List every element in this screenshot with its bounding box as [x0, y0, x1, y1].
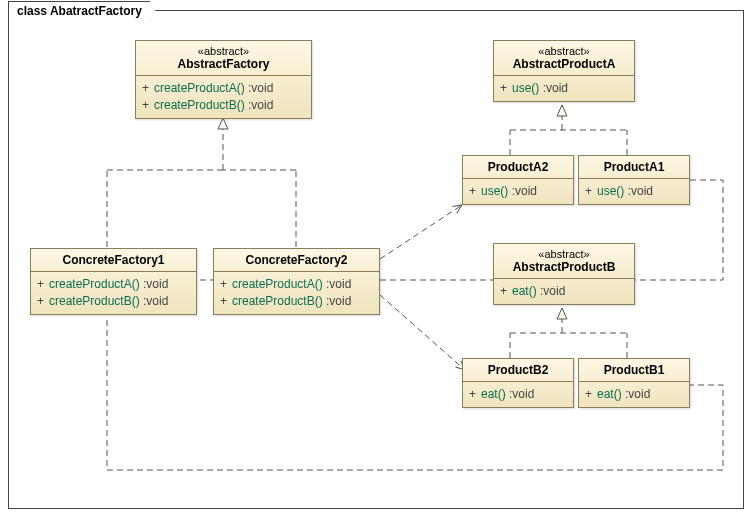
class-product-b1: ProductB1 +eat() :void [578, 358, 690, 408]
frame-title-text: class AbatractFactory [17, 4, 142, 18]
operation: +use() :void [469, 183, 567, 200]
class-name: ConcreteFactory1 [62, 253, 164, 267]
diagram-canvas: ProductA2 --> ProductB2 --> ProductA1 (l… [0, 0, 750, 515]
class-abstract-product-b: «abstract» AbstractProductB +eat() :void [493, 243, 635, 305]
operation: +createProductB() :void [142, 97, 305, 114]
class-ops: +use() :void [494, 76, 634, 101]
class-concrete-factory-2: ConcreteFactory2 +createProductA() :void… [213, 248, 380, 315]
operation: +createProductA() :void [37, 276, 190, 293]
operation: +use() :void [500, 80, 628, 97]
class-abstract-factory: «abstract» AbstractFactory +createProduc… [135, 40, 312, 119]
class-ops: +createProductA() :void +createProductB(… [31, 272, 196, 314]
operation: +createProductA() :void [220, 276, 373, 293]
class-ops: +use() :void [463, 179, 573, 204]
operation: +eat() :void [585, 386, 683, 403]
class-header: «abstract» AbstractProductB [494, 244, 634, 279]
class-ops: +createProductA() :void +createProductB(… [214, 272, 379, 314]
class-concrete-factory-1: ConcreteFactory1 +createProductA() :void… [30, 248, 197, 315]
class-ops: +use() :void [579, 179, 689, 204]
class-name: ConcreteFactory2 [245, 253, 347, 267]
class-name: AbstractProductB [513, 260, 616, 274]
class-name: AbstractFactory [177, 57, 269, 71]
class-ops: +eat() :void [463, 382, 573, 407]
stereotype-label: «abstract» [502, 248, 626, 260]
stereotype-label: «abstract» [502, 45, 626, 57]
class-product-b2: ProductB2 +eat() :void [462, 358, 574, 408]
class-abstract-product-a: «abstract» AbstractProductA +use() :void [493, 40, 635, 102]
class-header: «abstract» AbstractProductA [494, 41, 634, 76]
class-name: ProductB1 [604, 363, 665, 377]
class-ops: +eat() :void [579, 382, 689, 407]
class-header: ProductB2 [463, 359, 573, 382]
stereotype-label: «abstract» [144, 45, 303, 57]
class-header: ConcreteFactory1 [31, 249, 196, 272]
operation: +eat() :void [500, 283, 628, 300]
frame-title: class AbatractFactory [8, 1, 151, 20]
class-header: ConcreteFactory2 [214, 249, 379, 272]
operation: +use() :void [585, 183, 683, 200]
class-header: «abstract» AbstractFactory [136, 41, 311, 76]
class-name: ProductB2 [488, 363, 549, 377]
operation: +createProductB() :void [37, 293, 190, 310]
class-ops: +createProductA() :void +createProductB(… [136, 76, 311, 118]
class-name: AbstractProductA [513, 57, 616, 71]
operation: +createProductA() :void [142, 80, 305, 97]
class-name: ProductA2 [488, 160, 549, 174]
class-header: ProductB1 [579, 359, 689, 382]
class-product-a2: ProductA2 +use() :void [462, 155, 574, 205]
class-header: ProductA1 [579, 156, 689, 179]
class-product-a1: ProductA1 +use() :void [578, 155, 690, 205]
operation: +createProductB() :void [220, 293, 373, 310]
class-name: ProductA1 [604, 160, 665, 174]
operation: +eat() :void [469, 386, 567, 403]
class-header: ProductA2 [463, 156, 573, 179]
class-ops: +eat() :void [494, 279, 634, 304]
